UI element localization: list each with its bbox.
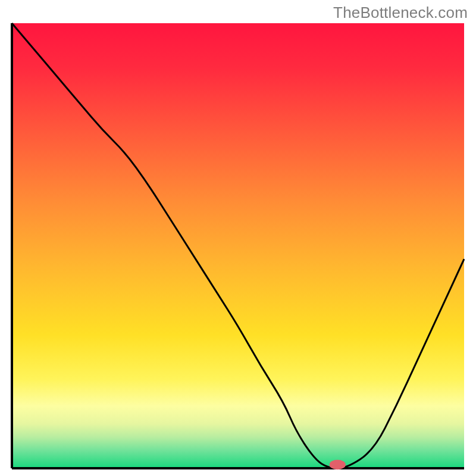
- optimal-marker: [330, 460, 346, 469]
- chart-container: TheBottleneck.com: [0, 0, 476, 476]
- bottleneck-chart: [0, 0, 476, 476]
- gradient-background: [12, 23, 464, 468]
